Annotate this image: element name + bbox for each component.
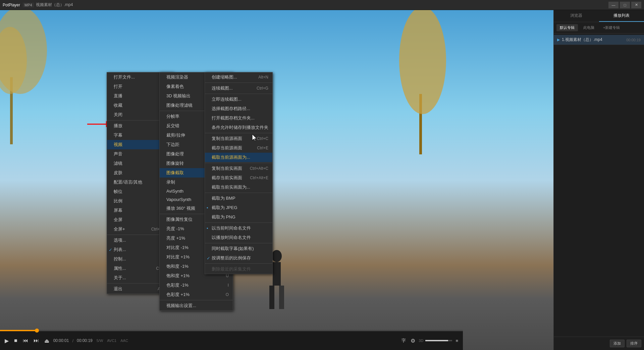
- tab-browser[interactable]: 浏览器: [554, 10, 599, 22]
- screenshot-save-source-as[interactable]: 截取当前源画面为...: [205, 153, 272, 162]
- titlebar: PotPlayer MP4 视频素材（总）.mp4 — □ ✕: [0, 0, 644, 10]
- cursor-pointer: [252, 134, 258, 142]
- sidebar-subtab-bar: 默认专辑 此电脑 +新建专辑: [554, 22, 644, 34]
- screenshot-context-menu: 创建缩略图... Alt+N 连续截图... Ctrl+G 立即连续截图... …: [205, 72, 273, 274]
- screenshot-immediate[interactable]: 立即连续截图...: [205, 95, 272, 104]
- video-hue-minus[interactable]: 色彩度 -1% I: [160, 281, 233, 290]
- svg-marker-11: [252, 134, 257, 141]
- tab-playlist[interactable]: 播放列表: [599, 10, 644, 22]
- screenshot-continuous[interactable]: 连续截图... Ctrl+G: [205, 84, 272, 93]
- video-hue-plus[interactable]: 色彩度 +1% O: [160, 290, 233, 299]
- maximize-button[interactable]: □: [620, 2, 630, 8]
- screenshot-thumbnail[interactable]: 创建缩略图... Alt+N: [205, 72, 272, 82]
- screenshot-delete-recent[interactable]: 删除最近的采集文件: [205, 264, 272, 274]
- screenshot-name-by-playback[interactable]: 以播放时间命名文件: [205, 233, 272, 242]
- screenshot-choose-path[interactable]: 选择截图存档路径...: [205, 104, 272, 113]
- screenshot-copy-source[interactable]: 复制当前源画面 Ctrl+C: [205, 134, 272, 143]
- screenshot-name-by-time[interactable]: • 以当前时间命名文件: [205, 223, 272, 233]
- ss-sep4: [205, 163, 272, 163]
- video-area[interactable]: RE +196 打开文件... F3 打开 ▶ 直播 ▶: [0, 10, 553, 350]
- sidebar: 浏览器 播放列表 默认专辑 此电脑 +新建专辑 ▶ 1.视频素材（总）.mp4 …: [553, 10, 644, 350]
- subtab-this-pc[interactable]: 此电脑: [580, 24, 598, 31]
- sort-button[interactable]: 排序: [627, 340, 641, 347]
- screenshot-copy-rendered[interactable]: 复制当前实画面 Ctrl+Alt+C: [205, 164, 272, 173]
- playlist-item[interactable]: ▶ 1.视频素材（总）.mp4 00:00:19: [554, 35, 644, 45]
- ss-sep8: [205, 263, 272, 264]
- video-output-settings[interactable]: 视频输出设置...: [160, 301, 233, 310]
- screenshot-as-bmp[interactable]: 截取为 BMP: [205, 194, 272, 203]
- screenshot-capture-subtitle[interactable]: 同时截取字幕(如果有): [205, 244, 272, 253]
- playlist: ▶ 1.视频素材（总）.mp4 00:00:19: [554, 34, 644, 337]
- screenshot-save-rendered-as[interactable]: 截取当前实画面为...: [205, 183, 272, 192]
- playlist-item-name: 1.视频素材（总）.mp4: [562, 37, 626, 43]
- add-button[interactable]: 添加: [610, 340, 625, 347]
- main-layout: RE +196 打开文件... F3 打开 ▶ 直播 ▶: [0, 10, 644, 350]
- ss-sep5: [205, 193, 272, 193]
- ss-sep1: [205, 83, 272, 83]
- screenshot-as-jpeg[interactable]: • 截取为 JPEG: [205, 203, 272, 212]
- screenshot-as-png[interactable]: 截取为 PNG: [205, 212, 272, 222]
- playlist-item-icon: ▶: [557, 38, 560, 42]
- playlist-item-duration: 00:00:19: [626, 38, 641, 42]
- screenshot-keep-ratio[interactable]: ✓ 按调整后的比例保存: [205, 253, 272, 263]
- sidebar-footer: 添加 排序: [554, 337, 644, 350]
- subtab-default-album[interactable]: 默认专辑: [556, 24, 578, 31]
- app-logo: PotPlayer: [3, 3, 20, 7]
- menu-overlay: 打开文件... F3 打开 ▶ 直播 ▶ 收藏 ▶ 关闭 F4: [0, 10, 553, 350]
- window-controls: — □ ✕: [608, 2, 641, 8]
- screenshot-save-source[interactable]: 截存当前源画面 Ctrl+E: [205, 143, 272, 153]
- ss-sep2: [205, 94, 272, 94]
- screenshot-open-folder[interactable]: 打开截图存档文件夹...: [205, 113, 272, 123]
- subtab-new-album[interactable]: +新建专辑: [600, 24, 623, 31]
- minimize-button[interactable]: —: [608, 2, 619, 8]
- ss-sep7: [205, 243, 272, 243]
- title-file-name: 视频素材（总）.mp4: [36, 2, 73, 8]
- close-button[interactable]: ✕: [631, 2, 641, 8]
- file-type-badge: MP4: [23, 3, 34, 7]
- ss-sep6: [205, 222, 272, 223]
- screenshot-save-to-playdir[interactable]: 条件允许时储存到播放文件夹: [205, 123, 272, 132]
- ss-sep3: [205, 133, 272, 133]
- sidebar-tab-bar: 浏览器 播放列表: [554, 10, 644, 22]
- video-sep3: [160, 300, 233, 300]
- screenshot-save-rendered[interactable]: 截存当前实画面 Ctrl+Alt+E: [205, 173, 272, 183]
